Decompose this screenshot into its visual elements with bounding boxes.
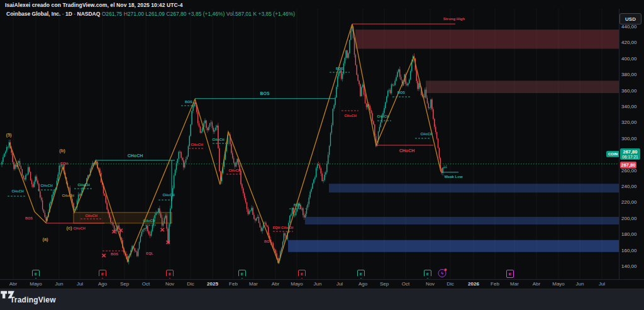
price-tick-label: 140,00 (621, 263, 636, 269)
month-tick-label: Mayo (30, 281, 42, 287)
time-axis-divider (0, 279, 644, 280)
price-tick-label: 200,00 (621, 215, 636, 221)
month-tick-label: Abr (272, 281, 279, 287)
month-tick-label: Jun (55, 281, 64, 287)
high-value: 271,00 (128, 11, 144, 17)
month-tick-label: Mar (249, 281, 258, 287)
month-tick-label: Jun (576, 281, 584, 287)
price-tick-label: 320,00 (621, 119, 636, 125)
last-price-label: 267,80 06:17:21 (620, 148, 640, 160)
tradingview-logo-text: TradingView (10, 296, 56, 304)
price-tick-label: 440,00 (621, 24, 636, 30)
volume-value: 587,01 K (235, 11, 257, 17)
year-tick-label: 2026 (468, 281, 479, 287)
footer-bar: TradingView (0, 289, 644, 310)
volume-change: +3,85 (+1,46%) (258, 11, 295, 17)
low-value: 261,09 (148, 11, 165, 17)
month-tick-label: Abr (9, 281, 17, 287)
month-tick-label: Jul (336, 281, 343, 287)
tradingview-chart-window: (5)(b)(a)(c)CHoCHBOSCHoCHStrong HighWeak… (0, 0, 644, 310)
month-tick-label: Ago (358, 281, 367, 287)
month-tick-label: Jul (599, 281, 605, 287)
month-tick-label: Nov (165, 281, 174, 287)
price-tick-label: 340,00 (621, 104, 636, 109)
last-price-value: 267,80 (620, 149, 640, 155)
change-value: +3,85 (+1,46%) (188, 11, 225, 17)
tradingview-logo[interactable]: TradingView (10, 296, 56, 304)
month-tick-label: Feb (229, 281, 238, 287)
month-tick-label: Sep (380, 281, 389, 287)
open-value: 261,75 (106, 11, 122, 17)
month-tick-label: Mayo (552, 281, 565, 287)
price-tick-label: 220,00 (621, 199, 636, 205)
price-axis-divider (619, 9, 619, 279)
price-tick-label: 400,00 (621, 55, 636, 61)
month-tick-label: Abr (533, 281, 540, 287)
price-tick-label: 360,00 (621, 87, 636, 93)
month-tick-label: Oct (142, 281, 150, 287)
month-tick-label: Dic (447, 281, 454, 287)
currency-toggle-button[interactable]: USD (619, 13, 641, 25)
exchange: NASDAQ (77, 11, 101, 17)
symbol-header[interactable]: Coinbase Global, Inc. - 1D - NASDAQ O261… (6, 11, 295, 17)
price-tick-label: 300,00 (621, 135, 636, 141)
month-tick-label: Nov (426, 281, 435, 287)
month-tick-label: Oct (402, 281, 409, 287)
symbol-title[interactable]: Coinbase Global, Inc. (6, 11, 60, 17)
price-tick-label: 420,00 (621, 40, 636, 45)
month-tick-label: Jul (77, 281, 83, 287)
month-tick-label: Dic (187, 281, 194, 287)
price-tick-label: 240,00 (621, 184, 636, 189)
month-tick-label: Mayo (291, 281, 303, 287)
earnings-marker-icon[interactable]: E (506, 270, 514, 278)
month-tick-label: Sep (120, 281, 129, 287)
year-tick-label: 2025 (207, 281, 218, 287)
candlestick-chart[interactable] (0, 0, 644, 310)
month-tick-label: Jun (314, 281, 322, 287)
month-tick-label: Ago (98, 281, 107, 287)
ticker-badge: COIN (606, 151, 619, 157)
close-value: 267,80 (170, 11, 186, 17)
bar-countdown: 06:17:21 (620, 155, 640, 159)
prev-price-label: 267,80 (620, 162, 636, 169)
price-tick-label: 180,00 (621, 231, 636, 237)
attribution-bar: IsaiAlexei creado con TradingView.com, e… (5, 2, 183, 8)
price-tick-label: 160,00 (621, 247, 636, 253)
month-tick-label: Mar (510, 281, 519, 287)
volume-label: Vol. (226, 11, 235, 17)
upcoming-earnings-icon[interactable]: ϟ (438, 269, 447, 277)
timeframe[interactable]: 1D (65, 11, 72, 17)
month-tick-label: Feb (491, 281, 499, 287)
tradingview-logo-icon (0, 289, 15, 301)
price-tick-label: 380,00 (621, 72, 636, 77)
